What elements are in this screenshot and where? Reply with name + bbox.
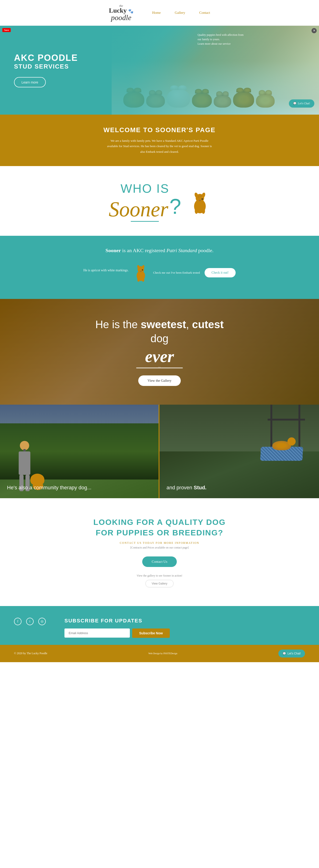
nav-contact[interactable]: Contact	[199, 11, 210, 15]
contact-us-button[interactable]: Contact Us	[142, 556, 177, 567]
question-mark: ?	[169, 195, 181, 219]
split-left-panel: He's also a community therapy dog...	[0, 405, 160, 498]
hero-section: Save ✕ AKC POODLE STUD SERVICES Learn mo…	[0, 26, 319, 115]
who-section: WHO IS Sooner ?	[0, 166, 319, 236]
sooner-name-text: Sooner	[109, 200, 168, 219]
facebook-icon[interactable]: f	[14, 618, 22, 625]
learn-more-button[interactable]: Learn more	[14, 77, 46, 87]
welcome-section: WELCOME TO SOONER'S PAGE We are a family…	[0, 115, 319, 166]
sweetest-heading: He is the sweetest, cutest dog ever	[95, 318, 224, 368]
close-button[interactable]: ✕	[312, 28, 317, 33]
chat-icon: 💬	[293, 102, 296, 105]
footer-subscribe: SUBSCRIBE FOR UPDATES Subscribe Now	[65, 618, 305, 638]
split-right-panel: and proven Stud.	[160, 405, 319, 498]
sweetest-section: He is the sweetest, cutest dog ever View…	[0, 299, 319, 405]
subscribe-button[interactable]: Subscribe Now	[132, 628, 170, 638]
svg-point-18	[140, 271, 142, 272]
svg-point-7	[199, 200, 201, 201]
subscribe-row: Subscribe Now	[65, 628, 305, 638]
email-input[interactable]	[65, 628, 130, 638]
ever-underline	[136, 368, 183, 368]
lets-chat-hero-button[interactable]: 💬 Let's Chat!	[289, 99, 314, 107]
svg-point-17	[142, 270, 143, 271]
footer-bottom: © 2020 by The Lucky Poodle Web Design by…	[0, 645, 319, 662]
nav-home[interactable]: Home	[152, 11, 161, 15]
svg-point-8	[198, 196, 199, 197]
split-left-text: He's also a community therapy dog...	[7, 484, 91, 491]
hero-title-line1: AKC POODLE	[14, 53, 78, 63]
check-it-out-button[interactable]: Check it out!	[205, 268, 236, 277]
paws-icon: 🐾	[128, 9, 133, 13]
footer: f t ◎ SUBSCRIBE FOR UPDATES Subscribe No…	[0, 606, 319, 662]
dog-silhouette	[189, 189, 210, 215]
split-section: He's also a community therapy dog... and	[0, 405, 319, 498]
svg-point-5	[202, 208, 205, 214]
main-nav: Home Gallery Contact	[152, 11, 210, 15]
sooner-description: He is apricot with white markings.	[83, 269, 129, 272]
hero-content: AKC POODLE STUD SERVICES Learn more	[14, 53, 78, 88]
svg-point-10	[200, 195, 200, 196]
hero-title-line2: STUD SERVICES	[14, 63, 78, 70]
footer-webdesign: Web Design by INSITEDesign	[148, 652, 177, 655]
chat-icon-footer: 💬	[283, 652, 286, 655]
welcome-title: WELCOME TO SOONER'S PAGE	[9, 126, 310, 134]
quality-section: LOOKING FOR A QUALITY DOG FOR PUPPIES OR…	[0, 498, 319, 606]
logo-poodle: poodle	[111, 14, 131, 21]
svg-point-6	[202, 198, 203, 200]
footer-top: f t ◎ SUBSCRIBE FOR UPDATES Subscribe No…	[14, 618, 305, 638]
view-gallery-button[interactable]: View the Gallery	[138, 375, 181, 386]
save-button[interactable]: Save	[2, 28, 11, 32]
contracts-note: [Contracts and Prices available on our c…	[9, 546, 310, 550]
sooner-info-section: Sooner is an AKC registered Patri Standa…	[0, 236, 319, 299]
sooner-dog-mini	[133, 263, 148, 283]
sooner-description-row: He is apricot with white markings. Check…	[9, 263, 310, 283]
footer-copyright: © 2020 by The Lucky Poodle	[14, 652, 47, 655]
sooner-main-text: Sooner is an AKC registered Patri Standa…	[9, 247, 310, 253]
who-underline	[131, 221, 159, 222]
logo-lucky: Lucky 🐾	[109, 7, 133, 14]
footer-social: f t ◎	[14, 618, 46, 625]
embark-text: Check me out I've been Embark tested	[153, 271, 200, 275]
view-gallery-link-text: View the gallery to see Sooner in action…	[9, 574, 310, 578]
who-text-area: WHO IS Sooner ?	[109, 182, 181, 222]
header: the Lucky 🐾 poodle Home Gallery Contact	[0, 0, 319, 26]
quality-title: LOOKING FOR A QUALITY DOG FOR PUPPIES OR…	[9, 517, 310, 537]
svg-point-4	[195, 208, 198, 214]
split-right-text: and proven Stud.	[167, 484, 206, 491]
svg-point-9	[201, 196, 202, 197]
hero-tagline: Quality puppies bred with affection from…	[198, 33, 244, 46]
contact-label: CONTACT US TODAY FOR MORE INFORMATION	[9, 541, 310, 545]
logo: the Lucky 🐾 poodle	[109, 4, 133, 21]
lets-chat-footer-button[interactable]: 💬 Let's Chat!	[278, 650, 305, 657]
view-gallery-outline-button[interactable]: View Gallery	[145, 580, 173, 587]
who-is-text: WHO IS	[120, 182, 169, 195]
instagram-icon[interactable]: ◎	[38, 618, 46, 625]
welcome-description: We are a family with family pets. We hav…	[107, 138, 212, 154]
subscribe-title: SUBSCRIBE FOR UPDATES	[65, 618, 305, 624]
nav-gallery[interactable]: Gallery	[175, 11, 185, 15]
twitter-icon[interactable]: t	[26, 618, 34, 625]
